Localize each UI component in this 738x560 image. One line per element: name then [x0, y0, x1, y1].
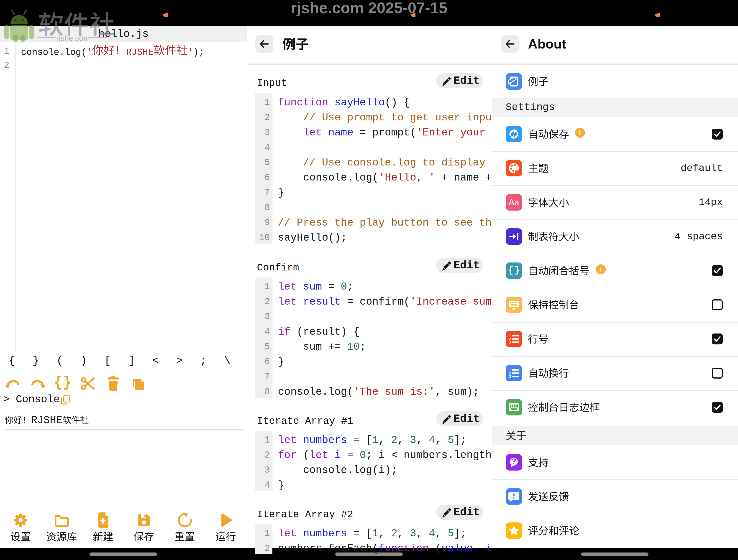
svg-text:3: 3: [509, 340, 511, 345]
svg-text:?: ?: [511, 457, 516, 465]
svg-text:3: 3: [509, 374, 511, 379]
